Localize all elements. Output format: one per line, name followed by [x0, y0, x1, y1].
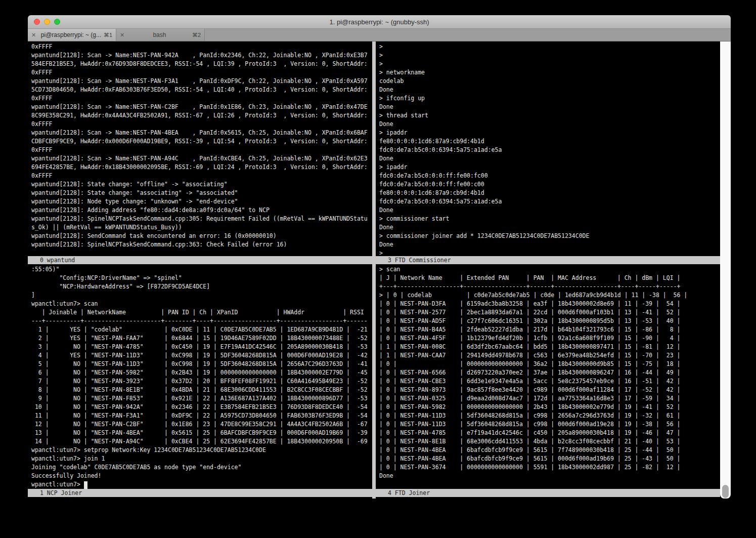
terminal-content: 0xFFFF wpantund[2128]: Scan -> Name:NEST… — [28, 42, 731, 499]
desktop-background: { "title_bar": { "title": "1. pi@raspber… — [0, 0, 756, 538]
window-title: 1. pi@raspberrypi: ~ (gnubby-ssh) — [28, 15, 731, 29]
pane-wpantund[interactable]: 0xFFFF wpantund[2128]: Scan -> Name:NEST… — [28, 42, 372, 256]
tab-shortcut: ⌘1 — [104, 32, 112, 38]
pane-divider[interactable] — [372, 42, 376, 499]
wpantund-log-output: 0xFFFF wpantund[2128]: Scan -> Name:NEST… — [28, 42, 372, 249]
tab-label: pi@raspberrypi: ~ (g... — [38, 31, 104, 38]
tab-bar: ✕ pi@raspberrypi: ~ (g... ⌘1 ✕ bash ⌘2 — [28, 29, 731, 42]
tab-bash[interactable]: ✕ bash ⌘2 — [116, 29, 205, 41]
terminal-window: 1. pi@raspberrypi: ~ (gnubby-ssh) ✕ pi@r… — [28, 15, 731, 499]
pane-ncp-joiner[interactable]: :55:05)" "Config:NCP:DriverName" => "spi… — [28, 264, 372, 489]
pane-status-wpantund: 0 wpantund — [28, 256, 372, 264]
scrollbar-thumb[interactable] — [722, 485, 729, 498]
pane-status-ftd-joiner: 4 FTD Joiner — [376, 489, 720, 497]
title-bar[interactable]: 1. pi@raspberrypi: ~ (gnubby-ssh) — [28, 15, 731, 29]
terminal-cursor — [84, 481, 87, 489]
tab-label: bash — [127, 31, 192, 38]
tab-close-icon[interactable]: ✕ — [31, 29, 38, 42]
tab-close-icon[interactable]: ✕ — [120, 29, 127, 42]
tab-shortcut: ⌘2 — [192, 32, 201, 38]
right-pane-column: > > > > networkname codelab Done > ifcon… — [376, 42, 720, 499]
ftd-joiner-output: > scan | J | Network Name | Extended PAN… — [376, 264, 720, 480]
left-pane-column: 0xFFFF wpantund[2128]: Scan -> Name:NEST… — [28, 42, 372, 499]
ncp-joiner-output: :55:05)" "Config:NCP:DriverName" => "spi… — [28, 264, 372, 489]
tab-ssh-session[interactable]: ✕ pi@raspberrypi: ~ (g... ⌘1 — [28, 29, 116, 41]
pane-ftd-joiner[interactable]: > scan | J | Network Name | Extended PAN… — [376, 264, 720, 489]
ftd-commissioner-output: > > > > networkname codelab Done > ifcon… — [376, 42, 720, 256]
pane-status-ncp-joiner: 1 NCP Joiner — [28, 489, 372, 497]
pane-ftd-commissioner[interactable]: > > > > networkname codelab Done > ifcon… — [376, 42, 720, 256]
scrollbar-track[interactable] — [720, 42, 731, 499]
pane-status-ftd-commissioner: 3 FTD Commissioner — [376, 256, 720, 264]
